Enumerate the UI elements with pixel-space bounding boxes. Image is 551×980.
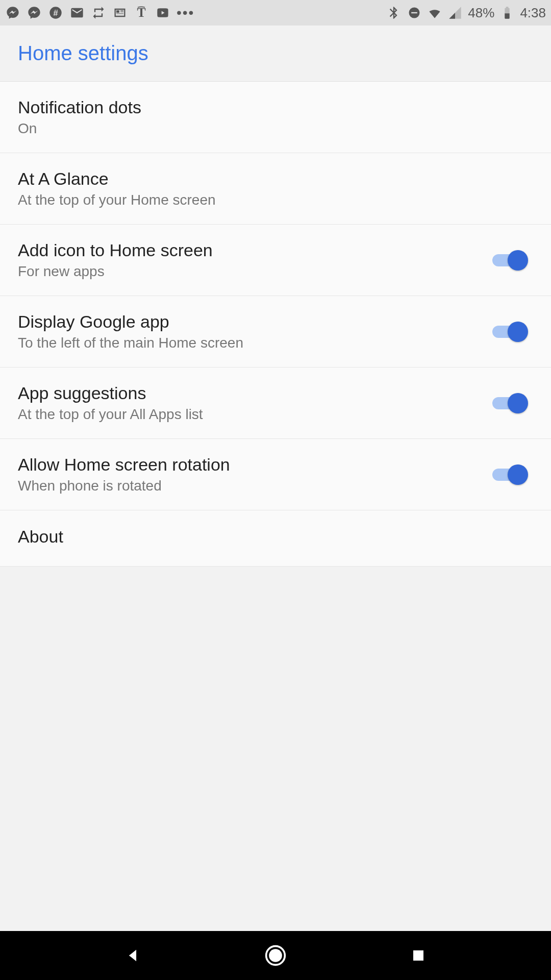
more-icon: •••	[177, 6, 194, 20]
setting-subtitle: For new apps	[18, 263, 492, 280]
setting-title: Display Google app	[18, 312, 492, 332]
setting-allow-rotation[interactable]: Allow Home screen rotation When phone is…	[0, 439, 551, 510]
nav-home-button[interactable]	[263, 943, 288, 968]
toggle-display-google-app[interactable]	[492, 322, 528, 342]
setting-title: Notification dots	[18, 97, 533, 117]
page-title: Home settings	[18, 42, 148, 65]
nyt-icon: T	[134, 5, 149, 20]
news-icon	[112, 5, 128, 20]
setting-app-suggestions[interactable]: App suggestions At the top of your All A…	[0, 368, 551, 439]
settings-list: Notification dots On At A Glance At the …	[0, 82, 551, 567]
battery-icon	[499, 5, 515, 20]
wifi-icon	[427, 5, 442, 20]
gmail-icon	[69, 5, 85, 20]
setting-title: About	[18, 527, 533, 547]
setting-subtitle: At the top of your Home screen	[18, 192, 533, 208]
setting-title: Allow Home screen rotation	[18, 455, 492, 475]
app-bar: Home settings	[0, 26, 551, 82]
toggle-add-icon-home[interactable]	[492, 250, 528, 271]
svg-text:#: #	[53, 8, 58, 17]
retweet-icon	[91, 5, 106, 20]
dnd-icon	[407, 5, 422, 20]
bluetooth-icon	[386, 5, 402, 20]
nav-recents-button[interactable]	[406, 943, 431, 968]
cell-signal-icon	[447, 5, 463, 20]
svg-rect-7	[413, 950, 423, 961]
setting-display-google-app[interactable]: Display Google app To the left of the ma…	[0, 296, 551, 368]
setting-subtitle: To the left of the main Home screen	[18, 335, 492, 351]
toggle-app-suggestions[interactable]	[492, 393, 528, 413]
status-time: 4:38	[520, 5, 546, 21]
setting-title: Add icon to Home screen	[18, 240, 492, 260]
setting-about[interactable]: About	[0, 510, 551, 567]
toggle-allow-rotation[interactable]	[492, 464, 528, 485]
youtube-icon	[155, 5, 170, 20]
setting-notification-dots[interactable]: Notification dots On	[0, 82, 551, 153]
setting-subtitle: At the top of your All Apps list	[18, 406, 492, 423]
status-bar: # T ••• 48%	[0, 0, 551, 26]
setting-subtitle: On	[18, 120, 533, 137]
setting-title: At A Glance	[18, 169, 533, 189]
svg-text:T: T	[137, 6, 145, 20]
setting-at-a-glance[interactable]: At A Glance At the top of your Home scre…	[0, 153, 551, 225]
status-left-icons: # T •••	[5, 5, 386, 20]
messenger-icon	[5, 5, 20, 20]
battery-percent: 48%	[468, 5, 494, 21]
svg-point-6	[269, 949, 282, 962]
status-right-icons: 48% 4:38	[386, 5, 546, 21]
hash-icon: #	[48, 5, 63, 20]
messenger-icon-2	[27, 5, 42, 20]
nav-bar	[0, 931, 551, 980]
setting-title: App suggestions	[18, 383, 492, 403]
setting-add-icon-home[interactable]: Add icon to Home screen For new apps	[0, 225, 551, 296]
nav-back-button[interactable]	[120, 943, 145, 968]
setting-subtitle: When phone is rotated	[18, 478, 492, 494]
svg-rect-4	[412, 12, 418, 13]
